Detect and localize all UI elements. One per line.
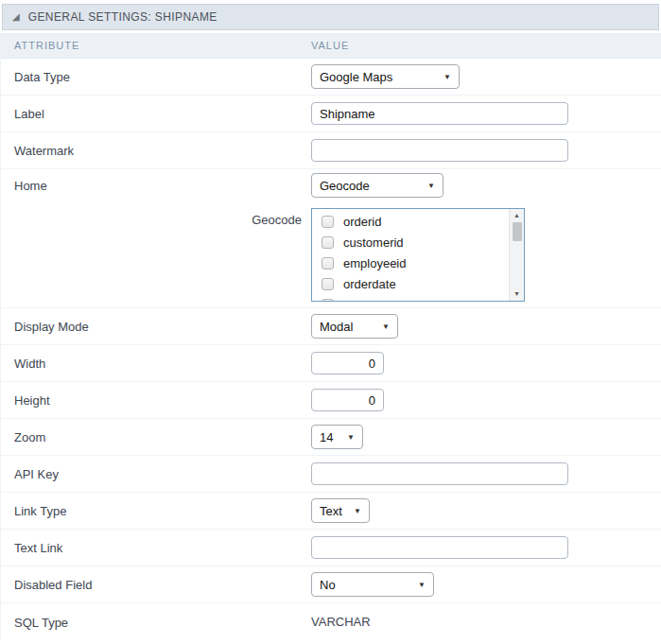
attribute-sublabel: Geocode [252,213,302,227]
attribute-label: Width [14,357,45,371]
chevron-down-icon: ▼ [444,73,451,81]
checkbox[interactable] [322,236,334,249]
geocode-option[interactable]: requireddate [312,294,508,302]
table-row-label: Label [1,96,661,132]
attribute-label: Label [14,107,44,121]
column-header-attribute: ATTRIBUTE [1,40,311,51]
attribute-label: API Key [14,467,59,481]
column-header-value: VALUE [311,40,349,51]
select-value: Google Maps [320,70,392,84]
option-label: orderdate [343,277,396,291]
table-row-text-link: Text Link [1,530,661,566]
data-type-select[interactable]: Google Maps ▼ [311,64,460,89]
geocode-option[interactable]: orderid [312,211,508,232]
scrollbar-thumb[interactable] [513,222,522,241]
attribute-label: Link Type [14,504,66,518]
table-row-height: Height [1,382,661,419]
table-row-sql-type: SQL Type VARCHAR [1,603,661,640]
select-value: Text [320,504,342,518]
option-label: orderid [343,215,381,229]
label-input[interactable] [311,102,568,125]
link-type-select[interactable]: Text ▼ [311,498,370,523]
table-row-watermark: Watermark [1,132,661,169]
scroll-up-icon[interactable]: ▲ [510,209,525,222]
geocode-listbox[interactable]: orderid customerid employeeid order [311,208,525,302]
select-value: 14 [320,430,333,444]
table-row-disabled-field: Disabled Field No ▼ [1,566,661,603]
sql-type-value: VARCHAR [311,615,371,629]
attribute-label: Data Type [14,70,70,84]
table-header-row: ATTRIBUTE VALUE [1,33,661,59]
api-key-input[interactable] [311,462,568,485]
width-input[interactable] [311,352,384,374]
checkbox[interactable] [322,216,334,228]
chevron-down-icon: ▼ [382,322,390,331]
disabled-field-select[interactable]: No ▼ [311,572,434,597]
chevron-down-icon: ▼ [354,507,361,515]
option-label: customerid [343,235,404,250]
geocode-option[interactable]: customerid [312,232,508,252]
attribute-label: Zoom [14,430,45,444]
collapse-icon: ◢ [12,12,20,22]
table-row-display-mode: Display Mode Modal ▼ [1,308,661,345]
attribute-label: Display Mode [14,320,89,334]
attribute-label: Height [14,393,50,408]
scrollbar[interactable]: ▲ ▼ [509,209,524,301]
scroll-down-icon[interactable]: ▼ [510,287,525,301]
attribute-label: Text Link [14,541,62,555]
home-select[interactable]: Geocode ▼ [311,173,444,198]
checkbox[interactable] [322,257,334,270]
attribute-label: Home [14,179,47,193]
option-label: requireddate [343,298,412,303]
attribute-label: Watermark [14,144,74,158]
attributes-table: ATTRIBUTE VALUE Data Type Google Maps ▼ … [0,33,661,640]
geocode-option[interactable]: orderdate [312,273,508,294]
table-row-geocode: Geocode orderid customerid [1,201,661,308]
select-value: Modal [320,320,353,334]
zoom-select[interactable]: 14 ▼ [311,425,363,449]
text-link-input[interactable] [311,536,568,559]
option-label: employeeid [343,256,407,270]
watermark-input[interactable] [311,139,568,162]
chevron-down-icon: ▼ [418,581,426,589]
attribute-label: SQL Type [14,616,68,630]
section-title: GENERAL SETTINGS: SHIPNAME [28,10,217,24]
table-row-data-type: Data Type Google Maps ▼ [1,59,661,96]
table-row-api-key: API Key [1,456,661,493]
table-row-zoom: Zoom 14 ▼ [1,419,661,456]
height-input[interactable] [311,389,384,411]
section-header[interactable]: ◢ GENERAL SETTINGS: SHIPNAME [2,4,659,30]
table-row-width: Width [1,345,661,382]
checkbox[interactable] [322,299,334,303]
chevron-down-icon: ▼ [347,433,355,442]
display-mode-select[interactable]: Modal ▼ [311,314,398,339]
table-row-home: Home Geocode ▼ [1,169,661,201]
checkbox[interactable] [322,278,334,290]
select-value: Geocode [320,179,370,193]
select-value: No [320,578,336,592]
geocode-option-list: orderid customerid employeeid order [312,211,508,302]
settings-panel: ◢ GENERAL SETTINGS: SHIPNAME ATTRIBUTE V… [0,4,661,640]
geocode-option[interactable]: employeeid [312,252,508,273]
chevron-down-icon: ▼ [427,182,435,190]
table-row-link-type: Link Type Text ▼ [1,493,661,530]
attribute-label: Disabled Field [14,578,92,592]
